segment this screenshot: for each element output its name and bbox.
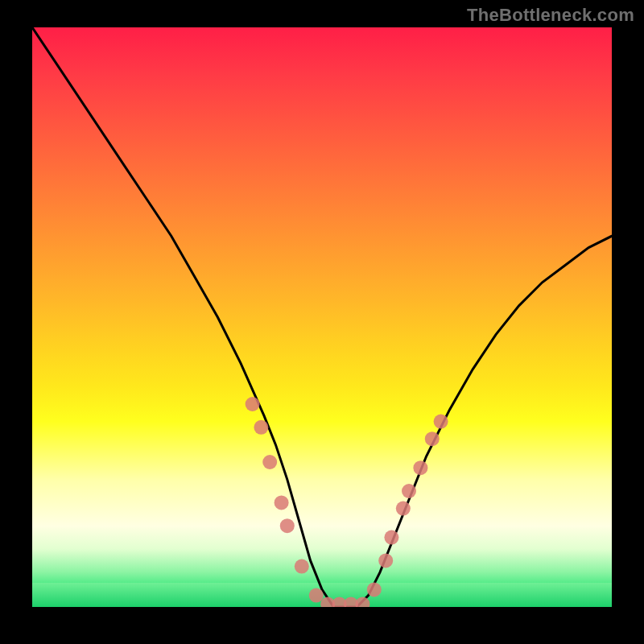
data-marker (396, 502, 411, 516)
data-marker (275, 495, 289, 510)
data-marker (309, 588, 324, 603)
data-marker (246, 397, 260, 411)
watermark-text: TheBottleneck.com (467, 5, 634, 26)
marker-group (246, 397, 448, 607)
chart-container: TheBottleneck.com (0, 0, 644, 644)
data-marker (280, 518, 295, 533)
data-marker (434, 415, 448, 429)
curve-group (32, 27, 612, 607)
bottleneck-curve (32, 27, 612, 607)
data-marker (254, 420, 268, 435)
data-marker (384, 530, 398, 545)
data-marker (378, 553, 393, 568)
data-marker (262, 455, 277, 469)
data-marker (367, 582, 382, 597)
data-marker (295, 559, 309, 574)
data-marker (413, 460, 427, 475)
data-marker (425, 431, 440, 446)
data-marker (355, 597, 369, 607)
bottleneck-curve-svg (32, 27, 612, 607)
plot-area (32, 27, 612, 607)
data-marker (402, 484, 416, 498)
